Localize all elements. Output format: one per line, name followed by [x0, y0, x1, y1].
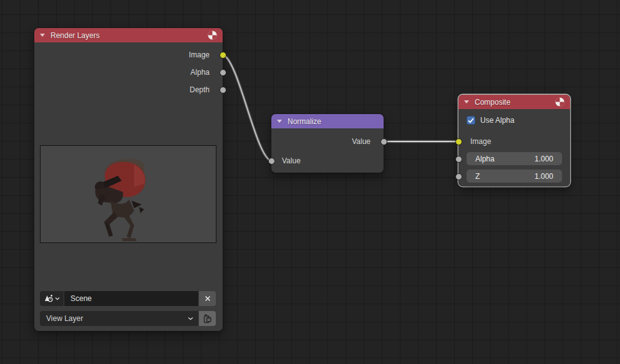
composite-header[interactable]: Composite [458, 95, 570, 109]
socket-alpha-output[interactable] [220, 69, 226, 76]
scene-name-value: Scene [70, 294, 92, 303]
collapse-icon[interactable] [40, 34, 45, 37]
alpha-field-value: 1.000 [535, 155, 553, 163]
socket-z-input[interactable] [455, 173, 462, 180]
output-label-depth: Depth [190, 85, 210, 94]
normalize-header[interactable]: Normalize [271, 114, 384, 128]
node-render-layers[interactable]: Render Layers Image Alpha Depth [34, 28, 223, 331]
scene-selector-row: Scene [40, 291, 216, 306]
recalculate-view-layer-button[interactable] [199, 311, 216, 326]
z-field-label: Z [475, 172, 480, 181]
scene-browse-button[interactable] [40, 291, 64, 306]
render-preview-image [40, 145, 216, 243]
collapse-icon[interactable] [277, 120, 282, 123]
preview-character-art [41, 146, 216, 242]
node-title: Render Layers [51, 31, 100, 40]
output-label-image: Image [189, 50, 210, 59]
alpha-value-field[interactable]: Alpha 1.000 [467, 152, 562, 165]
view-layer-dropdown[interactable]: View Layer [40, 311, 198, 326]
checkmark-icon [468, 118, 474, 123]
socket-value-input[interactable] [268, 158, 275, 165]
output-label-value: Value [352, 137, 371, 146]
render-result-icon [208, 31, 217, 40]
node-composite[interactable]: Composite Use Alpha Image Alpha 1.000 [458, 95, 570, 186]
view-layer-row: View Layer [40, 311, 216, 326]
scene-unlink-button[interactable] [199, 291, 216, 306]
alpha-field-label: Alpha [475, 155, 495, 163]
node-normalize[interactable]: Normalize Value Value [271, 114, 384, 173]
node-title: Normalize [288, 117, 321, 126]
view-layer-value: View Layer [46, 314, 83, 323]
node-title: Composite [475, 98, 510, 107]
close-icon [205, 295, 211, 302]
chevron-down-icon [188, 317, 193, 320]
z-value-field[interactable]: Z 1.000 [467, 170, 562, 183]
use-alpha-checkbox[interactable] [467, 116, 475, 125]
socket-alpha-input[interactable] [455, 156, 462, 163]
z-field-value: 1.000 [535, 172, 553, 181]
scene-icon [44, 294, 54, 304]
socket-image-input[interactable] [455, 138, 462, 145]
render-layers-header[interactable]: Render Layers [34, 28, 223, 42]
input-label-image: Image [470, 137, 491, 146]
node-editor-canvas[interactable]: Render Layers Image Alpha Depth [0, 0, 620, 364]
chevron-down-icon [55, 297, 60, 300]
output-label-alpha: Alpha [190, 68, 210, 77]
wire-image-to-normalize[interactable] [223, 55, 271, 161]
use-alpha-row: Use Alpha [467, 115, 515, 126]
input-label-value: Value [282, 156, 301, 165]
collapse-icon[interactable] [464, 100, 469, 103]
scene-name-field[interactable]: Scene [64, 291, 198, 306]
socket-depth-output[interactable] [220, 87, 226, 93]
use-alpha-label: Use Alpha [480, 116, 515, 125]
socket-image-output[interactable] [220, 52, 226, 59]
render-layers-icon [203, 314, 212, 323]
render-result-icon [555, 97, 564, 107]
socket-value-output[interactable] [380, 138, 387, 145]
